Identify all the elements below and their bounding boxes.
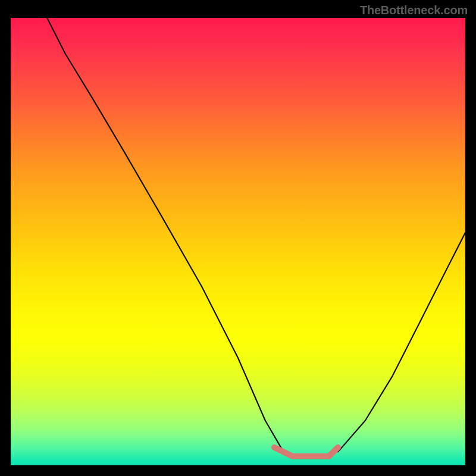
watermark-text: TheBottleneck.com: [360, 4, 468, 17]
chart-plot-area: [11, 18, 465, 465]
curve-left: [47, 18, 283, 452]
optimal-zone-highlight: [274, 447, 338, 456]
chart-frame: TheBottleneck.com: [0, 0, 476, 476]
chart-svg: [11, 18, 465, 465]
curve-right: [338, 233, 465, 452]
